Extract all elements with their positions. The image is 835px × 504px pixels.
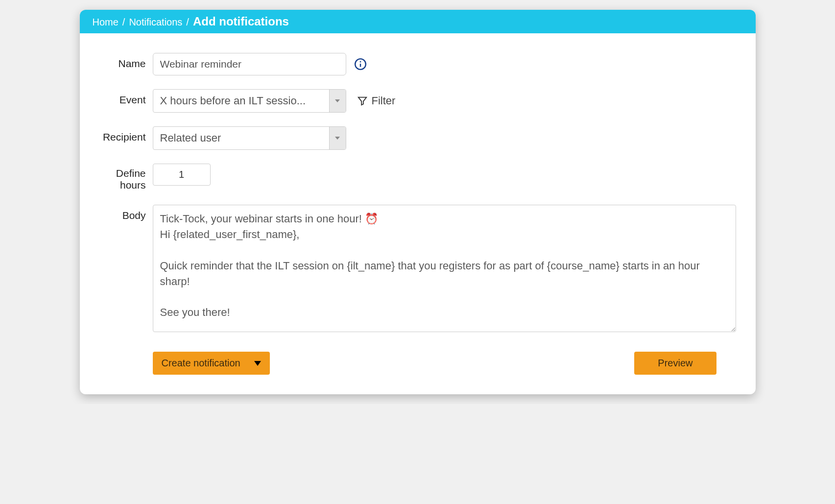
label-define-hours: Define hours	[90, 164, 146, 191]
row-recipient: Recipient Related user	[90, 126, 736, 150]
chevron-down-icon	[329, 127, 346, 149]
create-button-label: Create notification	[162, 358, 240, 369]
svg-point-1	[359, 61, 361, 63]
recipient-select[interactable]: Related user	[153, 126, 346, 150]
breadcrumb-notifications[interactable]: Notifications	[129, 17, 182, 28]
body-textarea[interactable]	[153, 205, 736, 332]
row-body: Body	[90, 205, 736, 332]
name-input[interactable]	[153, 53, 346, 75]
breadcrumb-separator: /	[122, 17, 125, 28]
breadcrumb-home[interactable]: Home	[93, 17, 119, 28]
footer-actions: Create notification Preview	[90, 352, 736, 375]
event-select-value: X hours before an ILT sessio...	[153, 90, 329, 112]
breadcrumb-current: Add notifications	[193, 15, 289, 28]
row-define-hours: Define hours	[90, 164, 736, 191]
label-body: Body	[90, 205, 146, 221]
row-name: Name	[90, 53, 736, 75]
breadcrumb-separator: /	[186, 17, 189, 28]
info-icon[interactable]	[353, 57, 368, 72]
event-select[interactable]: X hours before an ILT sessio...	[153, 89, 346, 113]
filter-label: Filter	[372, 95, 396, 107]
chevron-down-icon	[329, 90, 346, 112]
label-name: Name	[90, 53, 146, 70]
hours-input[interactable]	[153, 164, 211, 186]
create-notification-button[interactable]: Create notification	[153, 352, 270, 375]
label-recipient: Recipient	[90, 126, 146, 143]
breadcrumb: Home / Notifications / Add notifications	[80, 10, 756, 33]
row-event: Event X hours before an ILT sessio... Fi…	[90, 89, 736, 113]
label-event: Event	[90, 89, 146, 106]
filter-link[interactable]: Filter	[357, 95, 396, 107]
chevron-down-icon	[254, 361, 261, 366]
form-area: Name Event X hours before an ILT sessio.…	[80, 33, 756, 394]
recipient-select-value: Related user	[153, 127, 329, 149]
preview-button[interactable]: Preview	[634, 352, 716, 375]
add-notifications-window: Home / Notifications / Add notifications…	[80, 10, 756, 394]
filter-icon	[357, 96, 368, 106]
